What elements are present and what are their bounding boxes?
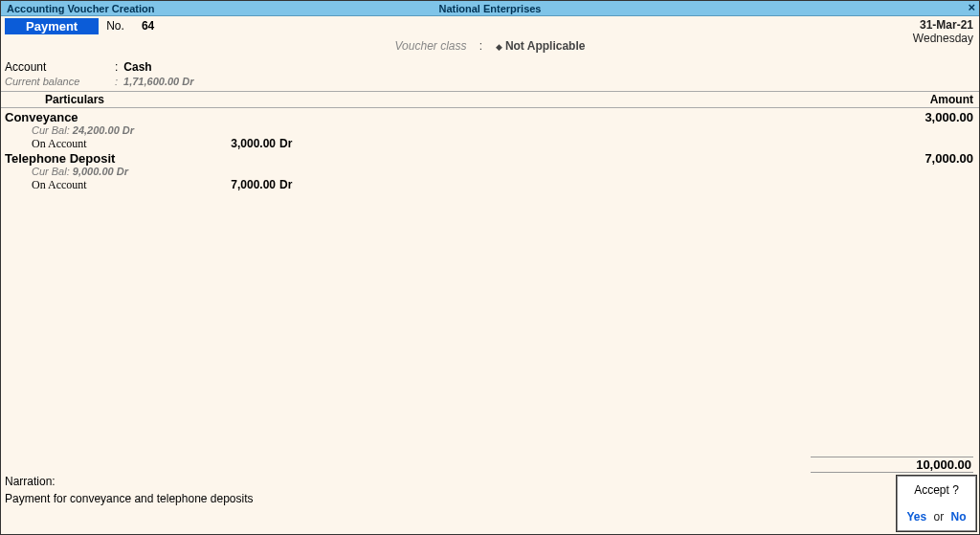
total-amount: 10,000.00 xyxy=(811,457,973,473)
voucher-class-value[interactable]: Not Applicable xyxy=(505,39,586,53)
voucher-no-label: No. xyxy=(106,18,124,33)
voucher-type-badge[interactable]: Payment xyxy=(5,18,99,34)
voucher-day: Wednesday xyxy=(913,32,973,45)
on-account-amount[interactable]: 3,000.00 xyxy=(199,137,276,151)
account-value[interactable]: Cash xyxy=(123,60,151,74)
accept-yes-button[interactable]: Yes xyxy=(906,510,926,524)
on-account-drcr: Dr xyxy=(279,137,292,151)
title-bar: Accounting Voucher Creation National Ent… xyxy=(1,1,979,16)
on-account-amount[interactable]: 7,000.00 xyxy=(199,178,276,192)
voucher-date[interactable]: 31-Mar-21 xyxy=(913,18,973,32)
on-account-label: On Account xyxy=(32,178,199,192)
grid-header: Particulars Amount xyxy=(1,91,979,108)
voucher-class: Voucher class : ◆ Not Applicable xyxy=(395,39,586,53)
accept-no-button[interactable]: No xyxy=(951,510,967,524)
current-balance-value: 1,71,600.00 Dr xyxy=(123,76,193,87)
balance-colon: : xyxy=(115,76,118,87)
voucher-header: Payment No. 64 Voucher class : ◆ Not App… xyxy=(1,16,979,55)
account-colon: : xyxy=(115,60,118,74)
close-icon[interactable]: × xyxy=(968,1,975,14)
ledger-name[interactable]: Conveyance xyxy=(5,110,868,124)
col-particulars: Particulars xyxy=(7,93,878,106)
cur-bal-label: Cur Bal: xyxy=(32,166,70,177)
cur-bal-value: 24,200.00 Dr xyxy=(73,124,134,136)
company-name: National Enterprises xyxy=(439,3,542,14)
narration-label: Narration: xyxy=(5,475,975,488)
account-label: Account xyxy=(5,60,115,74)
cur-bal-value: 9,000.00 Dr xyxy=(73,166,128,177)
date-block: 31-Mar-21 Wednesday xyxy=(913,18,973,45)
ledger-amount[interactable]: 3,000.00 xyxy=(868,110,973,124)
ledger-amount[interactable]: 7,000.00 xyxy=(868,151,973,166)
entries-area: Conveyance 3,000.00 Cur Bal: 24,200.00 D… xyxy=(1,108,979,192)
account-block: Account : Cash Current balance : 1,71,60… xyxy=(1,55,979,89)
diamond-icon: ◆ xyxy=(496,42,502,52)
on-account-drcr: Dr xyxy=(279,178,292,192)
ledger-name[interactable]: Telephone Deposit xyxy=(5,151,868,166)
narration-block: Narration: Payment for conveyance and te… xyxy=(1,475,979,505)
voucher-class-sep: : xyxy=(479,39,482,53)
on-account-label: On Account xyxy=(32,137,199,151)
col-amount: Amount xyxy=(878,93,973,106)
accept-or: or xyxy=(934,510,945,524)
voucher-class-label: Voucher class xyxy=(395,39,467,53)
voucher-no-value[interactable]: 64 xyxy=(142,18,154,33)
narration-text[interactable]: Payment for conveyance and telephone dep… xyxy=(5,492,975,505)
ledger-entry: Telephone Deposit 7,000.00 Cur Bal: 9,00… xyxy=(5,151,973,192)
app-title: Accounting Voucher Creation xyxy=(1,3,154,14)
accept-dialog: Accept ? Yes or No xyxy=(896,475,977,532)
accept-question: Accept ? xyxy=(897,483,976,497)
ledger-entry: Conveyance 3,000.00 Cur Bal: 24,200.00 D… xyxy=(5,110,973,151)
current-balance-label: Current balance xyxy=(5,76,115,87)
cur-bal-label: Cur Bal: xyxy=(32,124,70,136)
